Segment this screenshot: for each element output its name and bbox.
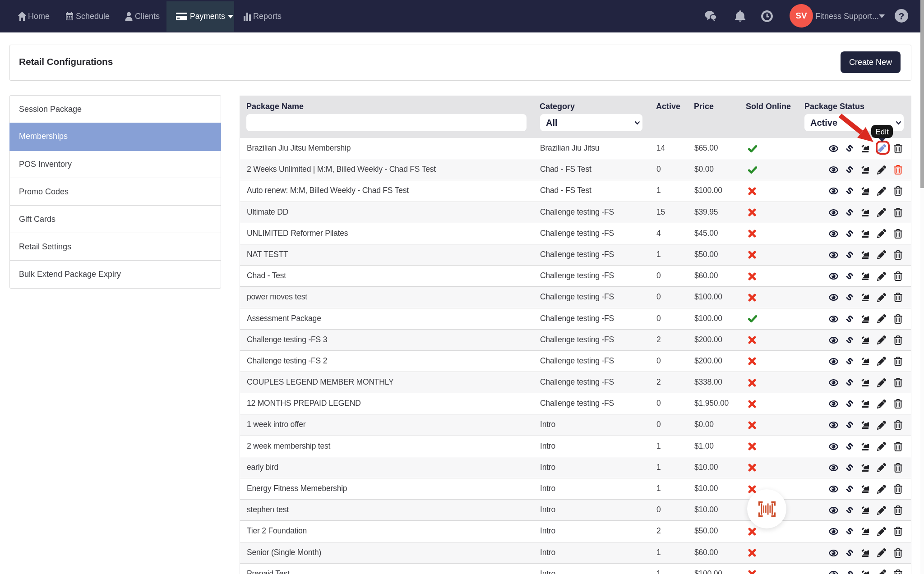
svg-text:Edit: Edit xyxy=(875,128,889,136)
